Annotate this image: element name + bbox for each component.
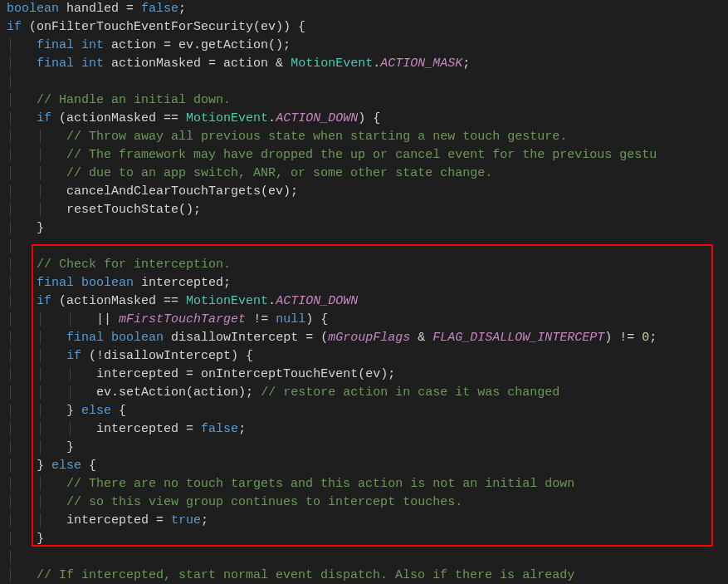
code-block: boolean handled = false; if (onFilterTou…: [7, 0, 657, 584]
